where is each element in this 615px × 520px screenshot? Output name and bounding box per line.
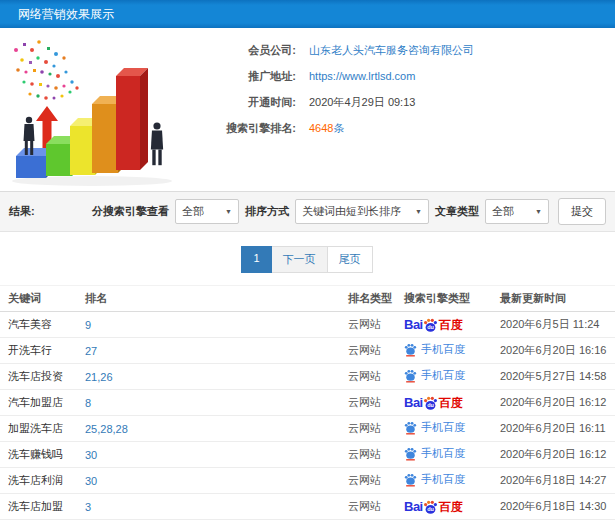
opened-label: 开通时间:	[180, 94, 296, 110]
keyword-cell: 加盟洗车店	[8, 421, 85, 436]
engine-cell: Bai du 百度	[404, 318, 500, 332]
rank-link[interactable]: 27	[85, 345, 348, 357]
baidu-mobile-logo: 手机百度	[404, 447, 465, 461]
engine-rank-row: 搜索引擎排名: 4648条	[180, 120, 615, 136]
company-label: 会员公司:	[180, 42, 296, 58]
rank-type-cell: 云网站	[348, 343, 404, 358]
updated-cell: 2020年6月20日 16:16	[500, 343, 615, 358]
rank-type-cell: 云网站	[348, 317, 404, 332]
rank-link[interactable]: 30	[85, 475, 348, 487]
updated-cell: 2020年6月20日 16:11	[500, 421, 615, 436]
keyword-cell: 开洗车行	[8, 343, 85, 358]
engine-filter-label: 分搜索引擎查看	[92, 204, 169, 219]
rank-count-number: 4648	[309, 122, 333, 134]
updated-cell: 2020年6月18日 14:30	[500, 499, 615, 514]
engine-cell: 手机百度	[404, 473, 500, 489]
baidu-logo-text-bai: Bai	[404, 500, 423, 513]
table-row: 洗车店投资 21,26 云网站 手机百度 2020年5月27日 14:58	[0, 364, 615, 390]
table-row: 汽车美容 9 云网站 Bai du 百度 2020年6月5日 11:24	[0, 312, 615, 338]
engine-cell: 手机百度	[404, 369, 500, 385]
baidu-mobile-logo: 手机百度	[404, 421, 465, 435]
baidu-pc-logo: Bai du 百度	[404, 318, 463, 332]
table-row: 开洗车行 27 云网站 手机百度 2020年6月20日 16:16	[0, 338, 615, 364]
keyword-cell: 汽车加盟店	[8, 395, 85, 410]
rank-link[interactable]: 30	[85, 449, 348, 461]
member-company-row: 会员公司: 山东老人头汽车服务咨询有限公司	[180, 42, 615, 58]
engine-filter-value: 全部	[182, 204, 204, 219]
rank-label: 搜索引擎排名:	[180, 120, 296, 136]
mobile-baidu-paw-icon	[404, 473, 417, 487]
last-page-button[interactable]: 尾页	[327, 246, 373, 273]
engine-cell: 手机百度	[404, 343, 500, 359]
rank-count-unit: 条	[333, 122, 344, 134]
promo-url-row: 推广地址: https://www.lrtlsd.com	[180, 68, 615, 84]
article-type-select[interactable]: 全部 ▼	[485, 199, 549, 224]
table-row: 加盟洗车店 25,28,28 云网站 手机百度 2020年6月20日 16:11	[0, 416, 615, 442]
rank-count: 4648条	[309, 120, 344, 136]
header-rank: 排名	[85, 291, 348, 306]
mobile-baidu-label: 手机百度	[421, 344, 465, 355]
baidu-paw-icon: du	[423, 396, 438, 410]
header-engine-type: 搜索引擎类型	[404, 291, 500, 306]
rank-type-cell: 云网站	[348, 499, 404, 514]
baidu-mobile-logo: 手机百度	[404, 369, 465, 383]
rank-link[interactable]: 3	[85, 501, 348, 513]
updated-cell: 2020年5月27日 14:58	[500, 369, 615, 384]
rank-link[interactable]: 21,26	[85, 371, 348, 383]
submit-button[interactable]: 提交	[558, 198, 606, 225]
next-page-button[interactable]: 下一页	[271, 246, 328, 273]
baidu-logo-text-cn: 百度	[439, 319, 463, 331]
article-type-value: 全部	[492, 204, 514, 219]
keyword-cell: 洗车店投资	[8, 369, 85, 384]
sort-order-select[interactable]: 关键词由短到长排序 ▼	[295, 199, 429, 224]
chevron-down-icon: ▼	[415, 208, 422, 215]
keyword-cell: 洗车店加盟	[8, 499, 85, 514]
rank-type-cell: 云网站	[348, 447, 404, 462]
mobile-baidu-label: 手机百度	[421, 474, 465, 485]
company-link[interactable]: 山东老人头汽车服务咨询有限公司	[309, 42, 474, 58]
table-row: 洗车店加盟 3 云网站 Bai du 百度 2020年6月18日 14:30	[0, 494, 615, 520]
engine-cell: 手机百度	[404, 447, 500, 463]
keyword-cell: 洗车店利润	[8, 473, 85, 488]
keyword-cell: 汽车美容	[8, 317, 85, 332]
mobile-baidu-paw-icon	[404, 369, 417, 383]
opened-value: 2020年4月29日 09:13	[309, 94, 415, 110]
mobile-baidu-label: 手机百度	[421, 370, 465, 381]
mobile-baidu-paw-icon	[404, 421, 417, 435]
rank-link[interactable]: 8	[85, 397, 348, 409]
results-table: 关键词 排名 排名类型 搜索引擎类型 最新更新时间 汽车美容 9 云网站 Bai…	[0, 285, 615, 520]
bar-chart-illustration	[0, 28, 180, 191]
rank-type-cell: 云网站	[348, 421, 404, 436]
baidu-logo-text-cn: 百度	[439, 397, 463, 409]
header-keyword: 关键词	[8, 291, 85, 306]
updated-cell: 2020年6月18日 14:27	[500, 473, 615, 488]
page-1-button[interactable]: 1	[241, 246, 271, 273]
url-label: 推广地址:	[180, 68, 296, 84]
engine-cell: Bai du 百度	[404, 396, 500, 410]
mobile-baidu-label: 手机百度	[421, 422, 465, 433]
baidu-pc-logo: Bai du 百度	[404, 396, 463, 410]
chevron-down-icon: ▼	[535, 208, 542, 215]
baidu-mobile-logo: 手机百度	[404, 473, 465, 487]
rank-type-cell: 云网站	[348, 395, 404, 410]
updated-cell: 2020年6月20日 16:12	[500, 447, 615, 462]
rank-link[interactable]: 9	[85, 319, 348, 331]
svg-text:du: du	[427, 506, 434, 512]
mobile-baidu-paw-icon	[404, 343, 417, 357]
opened-time-row: 开通时间: 2020年4月29日 09:13	[180, 94, 615, 110]
promo-url-link[interactable]: https://www.lrtlsd.com	[309, 68, 415, 84]
baidu-mobile-logo: 手机百度	[404, 343, 465, 357]
rank-type-cell: 云网站	[348, 473, 404, 488]
confetti-dots	[14, 40, 79, 100]
engine-filter-select[interactable]: 全部 ▼	[175, 199, 239, 224]
mobile-baidu-paw-icon	[404, 447, 417, 461]
sort-order-label: 排序方式	[245, 204, 289, 219]
updated-cell: 2020年6月20日 16:12	[500, 395, 615, 410]
pagination: 1 下一页 尾页	[0, 246, 615, 273]
filter-controls: 分搜索引擎查看 全部 ▼ 排序方式 关键词由短到长排序 ▼ 文章类型 全部 ▼ …	[92, 198, 606, 225]
keyword-cell: 洗车赚钱吗	[8, 447, 85, 462]
chevron-down-icon: ▼	[225, 208, 232, 215]
baidu-logo-text-bai: Bai	[404, 396, 423, 409]
rank-link[interactable]: 25,28,28	[85, 423, 348, 435]
header-updated: 最新更新时间	[500, 291, 615, 306]
